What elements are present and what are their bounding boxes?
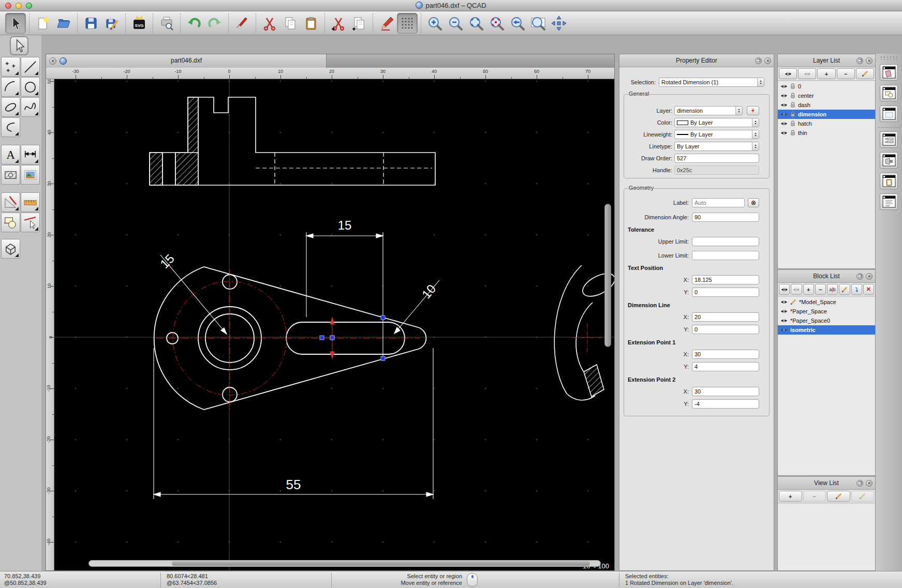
remove-block-button[interactable]: −	[815, 284, 826, 295]
pointer-tool-button[interactable]	[5, 13, 26, 34]
auto-zoom-button[interactable]	[466, 13, 486, 34]
lock-icon[interactable]	[790, 120, 795, 127]
remove-view-button[interactable]: −	[803, 491, 826, 502]
draw-order-field[interactable]	[674, 154, 759, 163]
purge-block-button[interactable]: ✕	[863, 284, 874, 295]
lock-icon[interactable]	[790, 102, 795, 108]
measure-tool-button[interactable]	[1, 192, 20, 212]
edit-block-button[interactable]	[839, 284, 850, 295]
float-panel-icon[interactable]: ❐	[755, 57, 762, 64]
property-editor-dock-button[interactable]	[880, 131, 898, 148]
layer-row-selected[interactable]: dimension	[778, 110, 875, 119]
close-panel-icon[interactable]: ✕	[866, 57, 873, 64]
solid-tool-button[interactable]	[1, 239, 20, 259]
open-file-button[interactable]	[53, 13, 74, 34]
hide-all-layers-button[interactable]	[798, 68, 816, 79]
selection-filter-dock-button[interactable]	[880, 152, 898, 169]
dimension-tool-button[interactable]	[21, 145, 40, 164]
hatch-tool-button[interactable]	[1, 165, 20, 185]
circle-tool-button[interactable]	[21, 77, 40, 97]
selection-tool-button[interactable]	[10, 36, 28, 55]
text-position-x-field[interactable]	[692, 275, 759, 284]
selection-dropdown[interactable]: Rotated Dimension (1)	[659, 78, 764, 87]
close-panel-icon[interactable]: ✕	[866, 480, 873, 487]
label-field[interactable]	[692, 198, 745, 207]
layer-list-dock-button[interactable]	[880, 64, 898, 81]
previous-view-button[interactable]	[507, 13, 528, 34]
eye-icon[interactable]	[780, 309, 788, 314]
arc-tool-button[interactable]	[1, 77, 20, 97]
polyline-tool-button[interactable]	[1, 117, 20, 137]
text-tool-button[interactable]: A	[1, 145, 20, 164]
hide-all-blocks-button[interactable]	[791, 284, 802, 295]
command-line-dock-button[interactable]	[880, 193, 898, 210]
cut-button[interactable]	[259, 13, 280, 34]
zoom-out-button[interactable]	[445, 13, 466, 34]
print-preview-button[interactable]	[156, 13, 177, 34]
dimension-angle-field[interactable]	[692, 213, 759, 222]
color-dropdown[interactable]: By Layer	[674, 118, 759, 127]
zoom-window-button[interactable]	[528, 13, 549, 34]
image-tool-button[interactable]	[21, 165, 40, 185]
add-block-button[interactable]: +	[803, 284, 814, 295]
svg-export-button[interactable]: SVG	[129, 13, 150, 34]
draw-button[interactable]	[376, 13, 397, 34]
eye-icon[interactable]	[780, 318, 788, 323]
block-row-selected[interactable]: isometric	[778, 325, 875, 335]
save-as-button[interactable]	[101, 13, 122, 34]
layer-row[interactable]: thin	[778, 128, 875, 138]
eye-icon[interactable]	[780, 84, 788, 89]
pan-button[interactable]	[549, 13, 569, 34]
ext-point1-y-field[interactable]	[692, 362, 759, 371]
grid-toggle-button[interactable]	[397, 13, 418, 34]
zoom-in-button[interactable]	[424, 13, 445, 34]
close-panel-icon[interactable]: ✕	[866, 273, 873, 280]
edit-layer-button[interactable]	[856, 68, 874, 79]
lock-icon[interactable]	[790, 111, 795, 117]
block-list-dock-button[interactable]	[880, 85, 898, 101]
undo-button[interactable]	[184, 13, 204, 34]
ext-point1-x-field[interactable]	[692, 350, 759, 359]
lock-icon[interactable]	[790, 93, 795, 99]
ellipse-tool-button[interactable]	[1, 97, 20, 117]
delete-button[interactable]	[232, 13, 253, 34]
rename-view-button[interactable]	[851, 491, 875, 502]
eye-icon[interactable]	[780, 112, 788, 117]
edit-view-button[interactable]	[827, 491, 850, 502]
layer-row[interactable]: hatch	[778, 119, 875, 128]
lock-icon[interactable]	[790, 130, 795, 136]
block-row[interactable]: *Model_Space	[778, 297, 875, 307]
h-scrollbar[interactable]	[88, 560, 601, 567]
label-special-chars-button[interactable]: ⊗	[748, 198, 759, 207]
cut-with-reference-button[interactable]	[328, 13, 349, 34]
line-tool-button[interactable]	[21, 57, 40, 77]
dimension-line-y-field[interactable]	[692, 325, 759, 334]
text-position-y-field[interactable]	[692, 288, 759, 297]
eye-icon[interactable]	[780, 102, 788, 108]
lock-icon[interactable]	[790, 83, 795, 89]
clipboard-dock-button[interactable]	[880, 173, 898, 189]
ext-point2-y-field[interactable]	[692, 399, 759, 409]
float-panel-icon[interactable]: ❐	[856, 480, 863, 487]
h-scrollbar-thumb[interactable]	[172, 561, 590, 566]
spline-tool-button[interactable]	[21, 97, 40, 117]
new-file-button[interactable]	[33, 13, 53, 34]
paste-button[interactable]	[301, 13, 321, 34]
show-all-blocks-button[interactable]	[779, 284, 790, 295]
remove-layer-button[interactable]: −	[837, 68, 855, 79]
view-list-dock-button[interactable]	[880, 105, 898, 122]
ext-point2-x-field[interactable]	[692, 387, 759, 396]
shapes-tool-button[interactable]	[1, 213, 20, 232]
point-tool-button[interactable]	[1, 57, 20, 77]
lower-limit-field[interactable]	[692, 251, 759, 260]
copy-with-reference-button[interactable]	[349, 13, 369, 34]
v-scrollbar-thumb[interactable]	[604, 204, 611, 347]
modify-tool-button[interactable]	[21, 213, 40, 232]
dimension-line-x-field[interactable]	[692, 312, 759, 322]
layer-dropdown[interactable]: dimension	[674, 106, 743, 115]
float-panel-icon[interactable]: ❐	[856, 273, 863, 280]
eye-icon[interactable]	[780, 327, 788, 333]
drawing-canvas[interactable]: 15 55 15 10	[54, 79, 614, 570]
show-all-layers-button[interactable]	[779, 68, 797, 79]
redo-button[interactable]	[204, 13, 225, 34]
